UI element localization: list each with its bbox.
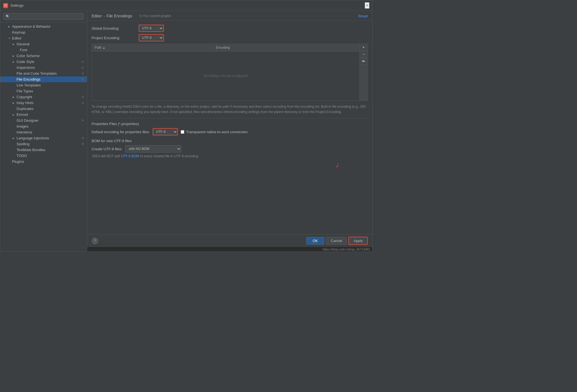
bom-section-title: BOM for new UTF-8 files: [92, 139, 368, 143]
sidebar-item-intentions[interactable]: Intentions: [0, 129, 87, 135]
sidebar-item-label: Code Style: [17, 60, 34, 64]
sidebar-item-language-injections[interactable]: ▶ Language Injections ⊞: [0, 135, 87, 141]
app-icon: IJ: [3, 3, 8, 8]
project-encoding-row: Project Encoding: UTF-8: [92, 34, 368, 41]
bom-note-prefix: IDEA will NOT add: [92, 154, 120, 158]
arrow-icon: ▶: [13, 96, 15, 98]
sidebar-item-label: Keymap: [12, 30, 25, 34]
close-button[interactable]: ✕: [365, 2, 369, 9]
sidebar-item-label: Editor: [12, 36, 22, 40]
sidebar-item-file-code-templates[interactable]: File and Code Templates ⊞: [0, 71, 87, 76]
sidebar-item-todo[interactable]: TODO: [0, 153, 87, 159]
sidebar-item-images[interactable]: Images: [0, 123, 87, 129]
arrow-icon: ▶: [13, 137, 15, 140]
sidebar-item-label: Inspections: [17, 65, 35, 70]
transparent-conversion-text: Transparent native-to-ascii conversion: [186, 130, 248, 134]
sidebar-item-editor[interactable]: ▼ Editor: [0, 35, 87, 41]
settings-window: IJ Settings ✕ ▶ Appearance & Behavior Ke…: [0, 0, 373, 252]
apply-button[interactable]: Apply: [348, 237, 368, 245]
breadcrumb-current: File Encodings: [106, 14, 132, 18]
sidebar-item-label: GUI Designer: [17, 118, 39, 123]
panel-header: Editor › File Encodings ⊙ For current pr…: [87, 11, 372, 21]
table-action-buttons: + − ✏: [359, 44, 367, 100]
properties-section: Properties Files (*.properties) Default …: [92, 122, 368, 135]
sidebar-item-live-templates[interactable]: Live Templates: [0, 82, 87, 88]
arrow-icon: ▶: [13, 55, 15, 57]
breadcrumb-parent[interactable]: Editor: [92, 14, 102, 18]
sidebar-item-label: Plugins: [12, 159, 24, 164]
sidebar-item-general[interactable]: ▶ General: [0, 41, 87, 47]
global-encoding-select[interactable]: UTF-8: [139, 25, 164, 32]
sidebar-item-appearance-behavior[interactable]: ▶ Appearance & Behavior: [0, 24, 87, 29]
sidebar-item-label: Spelling: [17, 142, 29, 146]
sidebar-item-label: Inlay Hints: [17, 101, 34, 105]
sidebar-item-plugins[interactable]: Plugins: [0, 159, 87, 165]
sidebar-item-label: Color Scheme: [17, 54, 39, 58]
arrow-icon: ▶: [13, 60, 15, 63]
encoding-table: Path ▲ Encoding Encodings are not config: [92, 44, 359, 100]
sidebar-item-color-scheme[interactable]: ▶ Color Scheme: [0, 53, 87, 59]
add-encoding-button[interactable]: +: [360, 44, 367, 51]
main-content: ▶ Appearance & Behavior Keymap ▼ Editor …: [0, 11, 372, 252]
bom-link[interactable]: UTF-8 BOM: [121, 154, 139, 158]
arrow-annotation: ↓: [92, 160, 340, 169]
url-bar: https://blog.csdn.net/qq_45714082: [87, 247, 372, 252]
sidebar-item-label: TODO: [17, 154, 27, 158]
bom-create-label: Create UTF-8 files:: [92, 147, 122, 151]
properties-encoding-select[interactable]: UTF-8: [153, 128, 178, 135]
sidebar-item-font[interactable]: Font: [0, 47, 87, 53]
sidebar-item-duplicates[interactable]: Duplicates: [0, 106, 87, 112]
path-header-label: Path: [95, 46, 102, 50]
sidebar-item-inlay-hints[interactable]: ▶ Inlay Hints ⊞: [0, 100, 87, 106]
sidebar-item-label: Intentions: [17, 130, 32, 134]
sidebar-item-inspections[interactable]: Inspections ⊞: [0, 65, 87, 71]
sidebar-item-file-encodings[interactable]: File Encodings ⊞: [0, 76, 87, 82]
sidebar-item-label: Copyright: [17, 95, 32, 99]
properties-encoding-label: Default encoding for properties files:: [92, 130, 150, 134]
info-text: To change encoding IntelliJ IDEA uses fo…: [92, 104, 368, 118]
edit-encoding-button[interactable]: ✏: [360, 58, 367, 65]
layers-icon: ⊞: [82, 95, 84, 99]
layers-icon: ⊞: [82, 60, 84, 64]
help-button[interactable]: ?: [92, 238, 98, 244]
sidebar-item-copyright[interactable]: ▶ Copyright ⊞: [0, 94, 87, 100]
bom-note-suffix: to every created file in UTF-8 encoding: [140, 154, 198, 158]
sidebar-item-emmet[interactable]: ▶ Emmet: [0, 112, 87, 118]
encoding-table-container: Path ▲ Encoding Encodings are not config: [92, 44, 368, 101]
layers-icon: ⊞: [82, 101, 84, 105]
panel-body: Global Encoding: UTF-8 Project Encoding:…: [87, 21, 372, 234]
ok-button[interactable]: OK: [306, 237, 324, 245]
sidebar-item-code-style[interactable]: ▶ Code Style ⊞: [0, 59, 87, 65]
transparent-conversion-checkbox[interactable]: [181, 130, 184, 134]
global-encoding-label: Global Encoding:: [92, 26, 136, 30]
sidebar-item-label: File Encodings: [17, 77, 40, 81]
sort-icon: ▲: [103, 46, 105, 49]
global-encoding-row: Global Encoding: UTF-8: [92, 25, 368, 32]
remove-encoding-button[interactable]: −: [360, 51, 367, 58]
sidebar-item-label: Duplicates: [17, 107, 34, 111]
sidebar-item-spelling[interactable]: Spelling ⊞: [0, 141, 87, 147]
sidebar-item-label: TextMate Bundles: [17, 148, 45, 152]
cancel-button[interactable]: Cancel: [326, 237, 347, 245]
sidebar-item-label: Images: [17, 124, 29, 128]
sidebar-item-keymap[interactable]: Keymap: [0, 29, 87, 35]
bom-create-select[interactable]: with NO BOM with BOM: [125, 145, 181, 152]
encoding-column-header: Encoding: [213, 44, 359, 51]
project-encoding-select[interactable]: UTF-8: [139, 34, 164, 41]
bom-section: BOM for new UTF-8 files Create UTF-8 fil…: [92, 139, 368, 158]
search-input[interactable]: [3, 13, 84, 20]
sidebar-item-label: Font: [20, 48, 27, 52]
transparent-conversion-label[interactable]: Transparent native-to-ascii conversion: [181, 130, 248, 134]
arrow-icon: ▶: [13, 113, 15, 116]
sidebar-item-label: General: [17, 42, 29, 46]
sidebar-item-gui-designer[interactable]: GUI Designer ⊞: [0, 118, 87, 123]
sidebar-item-file-types[interactable]: File Types: [0, 88, 87, 94]
for-current-project: ⊙ For current project: [139, 14, 171, 18]
path-column-header: Path ▲: [92, 44, 213, 51]
reset-button[interactable]: Reset: [358, 14, 368, 18]
breadcrumb: Editor › File Encodings: [92, 14, 132, 18]
breadcrumb-separator: ›: [104, 14, 105, 18]
properties-encoding-row: Default encoding for properties files: U…: [92, 128, 368, 135]
sidebar-item-label: Emmet: [17, 112, 28, 117]
sidebar-item-textmate-bundles[interactable]: TextMate Bundles: [0, 147, 87, 153]
